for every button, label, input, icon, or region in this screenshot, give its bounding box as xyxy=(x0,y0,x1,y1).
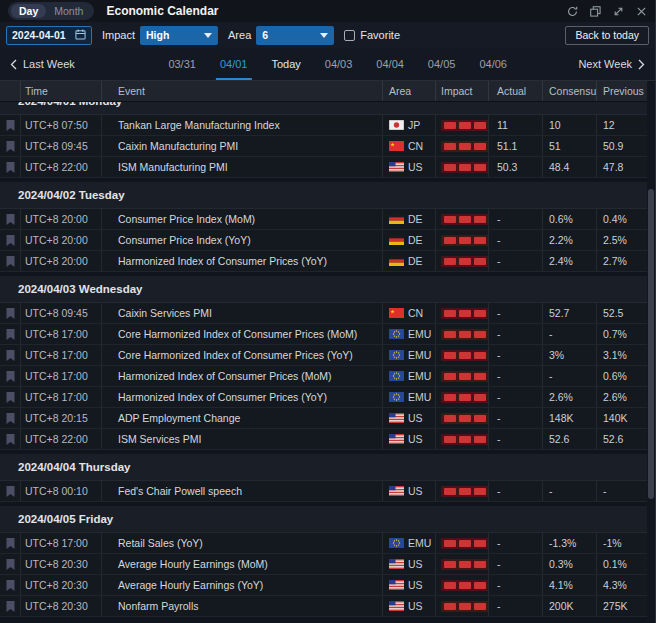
impact-indicator xyxy=(436,209,489,229)
bookmark-icon[interactable] xyxy=(0,157,21,177)
week-date-0404[interactable]: 04/04 xyxy=(376,58,404,70)
bookmark-icon[interactable] xyxy=(0,209,21,229)
bookmark-icon[interactable] xyxy=(0,429,21,449)
vertical-scrollbar[interactable] xyxy=(647,81,655,622)
event-row[interactable]: UTC+8 20:30Average Hourly Earnings (YoY)… xyxy=(0,575,648,596)
event-time: UTC+8 17:00 xyxy=(21,324,102,344)
bookmark-icon[interactable] xyxy=(0,230,21,250)
refresh-icon[interactable] xyxy=(567,6,578,17)
bookmark-icon[interactable] xyxy=(0,408,21,428)
flag-icon-us xyxy=(389,162,404,172)
impact-indicator xyxy=(436,366,489,386)
area-code: US xyxy=(408,579,423,591)
tab-day[interactable]: Day xyxy=(11,4,46,18)
next-week-label: Next Week xyxy=(578,58,632,70)
event-name: ISM Manufacturing PMI xyxy=(102,157,383,177)
flag-icon-us xyxy=(389,559,404,569)
previous-value: 0.6% xyxy=(597,366,648,386)
duplicate-icon[interactable] xyxy=(590,6,601,17)
bookmark-icon[interactable] xyxy=(0,575,21,595)
bookmark-icon[interactable] xyxy=(0,324,21,344)
event-row[interactable]: UTC+8 20:30Nonfarm PayrollsUS-200K275K xyxy=(0,596,648,617)
event-row[interactable]: UTC+8 00:10Fed's Chair Powell speechUS--… xyxy=(0,481,648,502)
event-row[interactable]: UTC+8 09:45Caixin Services PMICN-52.752.… xyxy=(0,303,648,324)
event-row[interactable]: UTC+8 07:50Tankan Large Manufacturing In… xyxy=(0,115,648,136)
consensus-value: 4.1% xyxy=(543,575,597,595)
bookmark-icon[interactable] xyxy=(0,554,21,574)
week-date-0401[interactable]: 04/01 xyxy=(220,58,248,70)
title-bar: Day Month Economic Calendar xyxy=(0,0,655,22)
previous-value: 2.5% xyxy=(597,230,648,250)
event-area: EMU xyxy=(383,366,436,386)
chevron-down-icon xyxy=(320,33,328,38)
actual-value: - xyxy=(489,429,543,449)
flag-icon-cn xyxy=(389,141,404,151)
event-area: US xyxy=(383,554,436,574)
flag-icon-emu xyxy=(389,538,404,548)
header-actual: Actual xyxy=(489,81,543,101)
tab-month[interactable]: Month xyxy=(46,4,91,18)
bookmark-icon[interactable] xyxy=(0,387,21,407)
table-body: 2024/04/01 MondayUTC+8 07:50Tankan Large… xyxy=(0,102,648,622)
event-row[interactable]: UTC+8 17:00Harmonized Index of Consumer … xyxy=(0,366,648,387)
last-week-button[interactable]: Last Week xyxy=(10,58,75,70)
actual-value: - xyxy=(489,209,543,229)
event-row[interactable]: UTC+8 17:00Core Harmonized Index of Cons… xyxy=(0,345,648,366)
bookmark-icon[interactable] xyxy=(0,345,21,365)
bookmark-icon[interactable] xyxy=(0,481,21,501)
bookmark-icon[interactable] xyxy=(0,533,21,553)
actual-value: - xyxy=(489,303,543,323)
bookmark-icon[interactable] xyxy=(0,366,21,386)
week-date-0406[interactable]: 04/06 xyxy=(479,58,507,70)
week-date-0405[interactable]: 04/05 xyxy=(428,58,456,70)
area-label: Area xyxy=(228,29,251,41)
actual-value: - xyxy=(489,533,543,553)
event-row[interactable]: UTC+8 20:15ADP Employment ChangeUS-148K1… xyxy=(0,408,648,429)
bookmark-icon[interactable] xyxy=(0,303,21,323)
consensus-value: 52.7 xyxy=(543,303,597,323)
event-row[interactable]: UTC+8 09:45Caixin Manufacturing PMICN51.… xyxy=(0,136,648,157)
event-row[interactable]: UTC+8 17:00Core Harmonized Index of Cons… xyxy=(0,324,648,345)
event-row[interactable]: UTC+8 20:30Average Hourly Earnings (MoM)… xyxy=(0,554,648,575)
area-dropdown[interactable]: 6 xyxy=(256,26,334,45)
impact-indicator xyxy=(436,251,489,271)
favorite-checkbox[interactable] xyxy=(344,30,355,41)
bookmark-icon[interactable] xyxy=(0,115,21,135)
event-row[interactable]: UTC+8 20:00Consumer Price Index (YoY)DE-… xyxy=(0,230,648,251)
date-picker-input[interactable]: 2024-04-01 xyxy=(6,26,92,45)
event-row[interactable]: UTC+8 17:00Harmonized Index of Consumer … xyxy=(0,387,648,408)
bookmark-icon[interactable] xyxy=(0,136,21,156)
consensus-value: - xyxy=(543,324,597,344)
next-week-button[interactable]: Next Week xyxy=(578,58,645,70)
week-date-today[interactable]: Today xyxy=(271,58,300,70)
consensus-value: - xyxy=(543,481,597,501)
area-code: DE xyxy=(408,255,423,267)
area-code: CN xyxy=(408,140,423,152)
week-date-0403[interactable]: 04/03 xyxy=(325,58,353,70)
event-row[interactable]: UTC+8 22:00ISM Manufacturing PMIUS50.348… xyxy=(0,157,648,178)
bookmark-icon[interactable] xyxy=(0,251,21,271)
impact-indicator xyxy=(436,533,489,553)
impact-indicator xyxy=(436,115,489,135)
event-row[interactable]: UTC+8 20:00Consumer Price Index (MoM)DE-… xyxy=(0,209,648,230)
event-time: UTC+8 09:45 xyxy=(21,303,102,323)
event-row[interactable]: UTC+8 22:00ISM Services PMIUS-52.652.6 xyxy=(0,429,648,450)
impact-dropdown[interactable]: High xyxy=(140,26,218,45)
close-icon[interactable] xyxy=(636,6,647,17)
scrollbar-thumb[interactable] xyxy=(648,189,654,499)
area-code: DE xyxy=(408,234,423,246)
week-date-0331[interactable]: 03/31 xyxy=(168,58,196,70)
event-name: Harmonized Index of Consumer Prices (YoY… xyxy=(102,387,383,407)
flag-icon-us xyxy=(389,580,404,590)
bookmark-icon[interactable] xyxy=(0,596,21,616)
expand-icon[interactable] xyxy=(613,6,624,17)
event-time: UTC+8 17:00 xyxy=(21,345,102,365)
page-title: Economic Calendar xyxy=(106,4,218,18)
event-time: UTC+8 22:00 xyxy=(21,157,102,177)
view-mode-switch: Day Month xyxy=(8,2,94,20)
section-header: 2024/04/04 Thursday xyxy=(0,454,648,481)
event-row[interactable]: UTC+8 20:00Harmonized Index of Consumer … xyxy=(0,251,648,272)
previous-value: 140K xyxy=(597,408,648,428)
back-to-today-button[interactable]: Back to today xyxy=(565,26,649,45)
event-row[interactable]: UTC+8 17:00Retail Sales (YoY)EMU--1.3%-1… xyxy=(0,533,648,554)
